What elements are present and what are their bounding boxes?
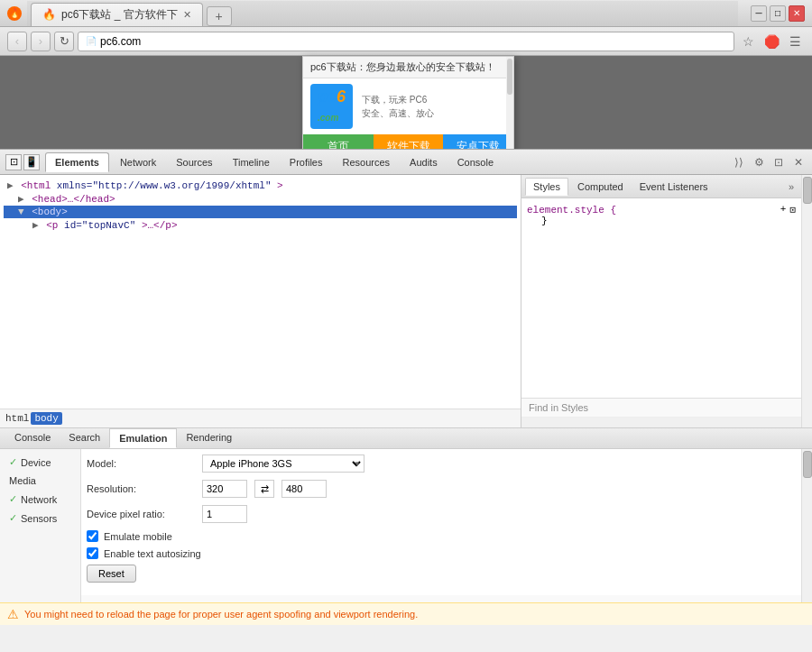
text-autosizing-row: Enable text autosizing — [87, 547, 796, 559]
devtools-content: ▶ <html xmlns="http://www.w3.org/1999/xh… — [0, 175, 812, 427]
arrow-icon: ▼ — [18, 207, 24, 217]
expand-icon[interactable]: ⟩⟩ — [731, 154, 747, 170]
refresh-button[interactable]: ↻ — [54, 32, 74, 51]
maximize-button[interactable]: □ — [770, 5, 786, 22]
dpr-input[interactable] — [202, 505, 247, 523]
logo-com: .com — [318, 113, 338, 123]
address-bar[interactable]: 📄 pc6.com — [78, 32, 734, 51]
close-devtools-button[interactable]: ✕ — [790, 154, 807, 170]
undock-icon[interactable]: ⊡ — [770, 154, 787, 170]
tab-bar: 🔥 pc6下载站 _ 官方软件下 ✕ + — [27, 1, 738, 26]
settings-icon[interactable]: ⚙ — [751, 154, 767, 170]
main-content-area: pc6下载站：您身边最放心的安全下载站！ pc6.com 下载，玩来 PC6 安… — [0, 56, 812, 625]
add-style-button[interactable]: + — [780, 204, 787, 216]
emulation-tab-rendering[interactable]: Rendering — [177, 428, 241, 448]
emulation-sidebar: ✓ Device Media ✓ Network ✓ Sensors — [0, 449, 81, 602]
tab-resources[interactable]: Resources — [333, 153, 399, 171]
devtools-panel: ⊡ 📱 Elements Network Sources Timeline Pr… — [0, 149, 812, 625]
minimize-button[interactable]: ─ — [751, 5, 767, 22]
pc6-logo-tagline: 下载，玩来 PC6 安全、高速、放心 — [362, 93, 434, 120]
sidebar-sensors[interactable]: ✓ Sensors — [5, 510, 75, 526]
text-autosizing-label: Enable text autosizing — [104, 548, 201, 559]
back-button[interactable]: ‹ — [7, 32, 27, 51]
window-controls: ─ □ ✕ — [751, 5, 805, 22]
sidebar-media-label: Media — [9, 475, 36, 486]
styles-tab-styles[interactable]: Styles — [525, 178, 568, 196]
forward-button[interactable]: › — [31, 32, 51, 51]
bookmark-button[interactable]: ☆ — [738, 32, 758, 51]
tab-close-button[interactable]: ✕ — [183, 9, 191, 21]
resolution-label: Resolution: — [87, 483, 195, 494]
url-text: pc6.com — [100, 35, 141, 48]
sidebar-network[interactable]: ✓ Network — [5, 491, 75, 507]
emulation-scrollbar[interactable] — [801, 449, 812, 602]
new-tab-button[interactable]: + — [207, 6, 232, 26]
bc-html[interactable]: html — [5, 413, 29, 424]
emulate-mobile-checkbox[interactable] — [87, 530, 98, 542]
tab-audits[interactable]: Audits — [401, 153, 447, 171]
find-in-styles[interactable]: Find in Styles — [521, 398, 801, 417]
styles-tab-more[interactable]: » — [785, 181, 798, 192]
html-line-4: ▶ <p id="topNavC" >…</p> — [4, 218, 517, 232]
model-label: Model: — [87, 458, 195, 469]
devtools-scrollbar[interactable] — [801, 175, 812, 427]
emulation-tab-console[interactable]: Console — [5, 428, 60, 448]
toggle-style-button[interactable]: ⊡ — [789, 204, 796, 216]
devtools-toolbar-icons: ⟩⟩ ⚙ ⊡ ✕ — [731, 154, 807, 170]
text-autosizing-checkbox[interactable] — [87, 547, 98, 559]
sidebar-media[interactable]: Media — [5, 473, 75, 488]
sidebar-device[interactable]: ✓ Device — [5, 455, 75, 470]
model-row: Model: Apple iPhone 3GS — [87, 455, 796, 473]
tab-label: pc6下载站 _ 官方软件下 — [61, 7, 178, 23]
bc-body[interactable]: body — [31, 412, 61, 425]
emulation-tab-emulation[interactable]: Emulation — [109, 428, 177, 448]
tab-sources[interactable]: Sources — [167, 153, 221, 171]
tab-console[interactable]: Console — [448, 153, 503, 171]
tab-profiles[interactable]: Profiles — [281, 153, 332, 171]
emulation-scrollbar-thumb — [803, 451, 812, 478]
navigation-bar: ‹ › ↻ 📄 pc6.com ☆ 🛑 ☰ — [0, 27, 812, 56]
res-width-input[interactable] — [202, 480, 247, 498]
check-device: ✓ — [9, 456, 17, 468]
pc6-header-text: pc6下载站：您身边最放心的安全下载站！ — [310, 61, 495, 72]
mobile-scrollbar-thumb — [507, 59, 512, 95]
device-button[interactable]: 📱 — [23, 154, 40, 170]
check-sensors: ✓ — [9, 512, 17, 524]
res-height-input[interactable] — [281, 480, 327, 498]
security-indicator[interactable]: 🛑 — [761, 32, 781, 51]
logo-6: 6 — [337, 87, 346, 106]
breadcrumb: html body — [0, 409, 521, 427]
styles-panel: Styles Computed Event Listeners » elemen… — [521, 175, 801, 427]
model-select-wrap: Apple iPhone 3GS — [202, 455, 364, 473]
sidebar-device-label: Device — [21, 457, 51, 468]
emulation-right: Model: Apple iPhone 3GS Resolution: — [81, 449, 801, 602]
close-button[interactable]: ✕ — [789, 5, 805, 22]
styles-tabs: Styles Computed Event Listeners » — [521, 175, 801, 198]
sidebar-sensors-label: Sensors — [21, 513, 57, 524]
tagline2: 安全、高速、放心 — [362, 106, 434, 120]
styles-close-brace: } — [527, 216, 796, 226]
emulation-sub-tabs: Console Search Emulation Rendering — [0, 428, 812, 449]
arrow-icon: ▶ — [7, 180, 14, 191]
tagline1: 下载，玩来 PC6 — [362, 93, 434, 106]
styles-tab-events[interactable]: Event Listeners — [632, 179, 715, 195]
emulation-content: Model: Apple iPhone 3GS Resolution: — [81, 449, 801, 595]
tab-timeline[interactable]: Timeline — [224, 153, 279, 171]
html-line-2: ▶ <head>…</head> — [4, 192, 517, 206]
html-line-3[interactable]: ▼ <body> — [4, 206, 517, 218]
browser-tab[interactable]: 🔥 pc6下载站 _ 官方软件下 ✕ — [31, 3, 203, 26]
emulation-tab-search[interactable]: Search — [60, 428, 109, 448]
tab-elements[interactable]: Elements — [45, 152, 109, 172]
close-brace: } — [541, 216, 548, 226]
styles-tab-computed[interactable]: Computed — [570, 179, 631, 195]
inspect-button[interactable]: ⊡ — [5, 154, 22, 170]
page-icon: 📄 — [86, 36, 97, 46]
reset-button[interactable]: Reset — [87, 565, 136, 583]
res-swap-button[interactable]: ⇄ — [254, 480, 274, 498]
emulation-main: ✓ Device Media ✓ Network ✓ Sensors — [0, 449, 812, 602]
tab-network[interactable]: Network — [111, 153, 165, 171]
model-select[interactable]: Apple iPhone 3GS — [202, 455, 364, 473]
nav-right-icons: ☆ 🛑 ☰ — [738, 32, 805, 51]
devtools-toolbar: ⊡ 📱 Elements Network Sources Timeline Pr… — [0, 150, 812, 175]
menu-button[interactable]: ☰ — [785, 32, 805, 51]
